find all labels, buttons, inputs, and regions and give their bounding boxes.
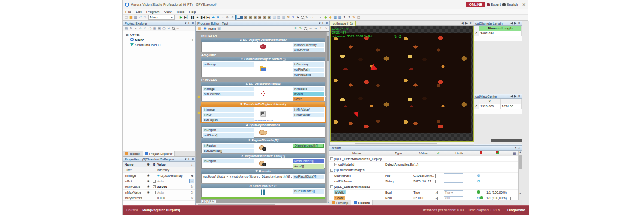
data-row[interactable]: 03692.084	[474, 31, 522, 36]
image-view-tab[interactable]: outImage (=1)	[330, 21, 356, 26]
more-icon[interactable]: ▢	[357, 15, 361, 20]
run-icon[interactable]: ▶	[179, 15, 183, 20]
help-icon[interactable]: ?	[292, 15, 295, 20]
expander-icon[interactable]: −	[334, 163, 337, 166]
explorer-tool-icon-0[interactable]: ▤	[125, 26, 128, 31]
output-port[interactable]: inModelId	[293, 87, 324, 91]
auto-checkbox[interactable]: ✓	[153, 185, 156, 188]
overlay-refresh-icon[interactable]: ↻ ⊕	[394, 34, 402, 39]
diagnostic-mode-label[interactable]: Diagnostic	[507, 208, 525, 212]
panel-menu-icon[interactable]: ▾	[515, 146, 517, 150]
new-file-icon[interactable]: ▢	[125, 15, 128, 20]
eye-icon[interactable]: ◉	[146, 190, 151, 194]
view-window-3-icon[interactable]: ▣	[254, 15, 257, 20]
limit-checkbox[interactable]	[435, 180, 436, 183]
menu-help[interactable]: Help	[189, 10, 196, 14]
iterate-current-icon[interactable]: ▶(	[207, 15, 210, 20]
prev-icon[interactable]: ◀	[510, 95, 513, 98]
input-port[interactable]: outRegion	[203, 118, 254, 122]
step-over-icon[interactable]: ▶▏	[184, 15, 189, 20]
menu-file[interactable]: File	[125, 10, 131, 14]
undo-icon[interactable]: ↶	[139, 15, 142, 20]
step-block[interactable]: 6. RegionMassCenter: OrNil[1]inRegionMas…	[201, 154, 325, 169]
step-title[interactable]: 6. RegionMassCenter: OrNil[1]	[201, 154, 325, 158]
property-row[interactable]: inRoi◉Auto…	[123, 178, 195, 184]
expander-icon[interactable]: −	[330, 157, 333, 160]
input-port[interactable]: inRegion	[203, 159, 254, 163]
eye-icon[interactable]: ◉	[146, 179, 151, 183]
input-port[interactable]: outBlobs[]	[203, 133, 254, 138]
step-title[interactable]: 1. EnumerateImages: Sorted✕	[201, 57, 325, 61]
view-window-5-icon[interactable]: ▣	[263, 15, 267, 20]
col-grid-icon[interactable]: ▦	[510, 151, 519, 155]
property-value[interactable]: Auto	[157, 179, 188, 183]
layout-3-icon[interactable]: ▦	[282, 15, 286, 20]
gear-icon[interactable]: ⚙	[477, 174, 480, 178]
nav-up-icon[interactable]: ↑	[319, 26, 322, 31]
limit-input[interactable]	[444, 179, 463, 183]
explorer-tool-icon-5[interactable]: ( )	[148, 26, 152, 31]
menu-program[interactable]: Program	[146, 10, 160, 14]
col-name[interactable]: Name	[329, 151, 384, 155]
step-block[interactable]: 2. DL_DetectAnomalies3inImageoutHeatmapi…	[201, 82, 325, 101]
explorer-tool-icon-11[interactable]: ∞	[176, 26, 179, 31]
rect-select-icon[interactable]: ▭	[310, 15, 313, 20]
eye-icon[interactable]: ◉	[146, 185, 151, 188]
signal-icon[interactable]: ≈	[221, 15, 225, 20]
expander-icon[interactable]: −	[330, 185, 333, 188]
output-port[interactable]: outFilePath	[293, 68, 324, 72]
gear-icon[interactable]: ⚙	[477, 196, 480, 200]
property-row[interactable]: inMinValue◉✓23.000↻	[123, 184, 195, 190]
col-limits[interactable]: Limits	[443, 151, 476, 155]
table-row[interactable]: −(1)EnumerateImages	[329, 167, 522, 173]
eye-icon[interactable]: −	[146, 197, 151, 200]
output-port[interactable]: outFileName	[293, 73, 324, 77]
pause-icon[interactable]: ▮▮	[191, 15, 194, 20]
redo-icon[interactable]: ↷	[143, 15, 147, 20]
output-port[interactable]: MassCenter?[]	[293, 159, 324, 163]
input-port[interactable]: inRegion	[203, 144, 254, 148]
table-row[interactable]: outFilePathFileC:\Users\MM...⚙	[329, 173, 522, 178]
property-value[interactable]: 0.000	[157, 196, 188, 200]
input-port[interactable]: inImage	[203, 108, 254, 112]
scrollbar-thumb[interactable]	[491, 139, 522, 142]
edit-icon[interactable]: ✎	[299, 26, 302, 31]
property-value[interactable]: Intensity	[157, 168, 188, 172]
property-row[interactable]: inHysteresis−0.000↻	[123, 195, 195, 201]
compare-icon[interactable]: ≡	[294, 26, 297, 31]
language-selector[interactable]: English	[502, 3, 518, 6]
online-badge[interactable]: ONLINE	[466, 2, 485, 7]
limit-checkbox[interactable]: ✓	[435, 191, 438, 194]
view-window-4-icon[interactable]: ▣	[258, 15, 262, 20]
output-port[interactable]: DiameterLength[]	[293, 144, 324, 148]
table-row[interactable]: isValidBoolTrue✓True ▾1/1 (100,00%)	[329, 190, 522, 195]
profile-2-icon[interactable]: 2	[348, 15, 351, 20]
step-block[interactable]: 1. EnumerateImages: Sorted✕outImageinDir…	[201, 57, 325, 77]
menu-edit[interactable]: Edit	[136, 10, 142, 14]
explorer-tool-icon-9[interactable]: ✕	[167, 26, 170, 31]
layout-2-icon[interactable]: ▥	[277, 15, 281, 20]
input-port[interactable]: inRoi*	[203, 113, 254, 117]
polyline-icon[interactable]: <	[319, 15, 323, 20]
explorer-tool-icon-4[interactable]: ⊖	[143, 26, 147, 31]
table-row[interactable]: −(2)DL_DetectAnomalies3	[329, 184, 522, 190]
column-header[interactable]: DiameterLength	[479, 26, 522, 31]
tab-project-explorer[interactable]: Project Explorer	[143, 151, 175, 156]
step-block[interactable]: 8. SendDataToPLCinResultData?[]	[201, 184, 325, 199]
reset-icon[interactable]: ↻	[191, 185, 194, 189]
explorer-tool-icon-1[interactable]: ⇅	[129, 26, 133, 31]
pencil-orange-icon[interactable]: ✎	[352, 15, 356, 20]
search-icon[interactable]	[304, 27, 307, 30]
step-block[interactable]: 4. SplitRegionIntoBlobsinRegionoutBlobs[…	[201, 123, 325, 138]
pen-icon[interactable]: ✎	[305, 15, 309, 20]
pin-icon[interactable]: ✛	[322, 22, 324, 25]
panel-menu-icon[interactable]: ▾	[185, 22, 187, 25]
cursor-icon[interactable]: ➤	[296, 15, 300, 20]
step-title[interactable]: 8. SendDataToPLC	[201, 184, 325, 188]
view-window-6-icon[interactable]: ▣	[268, 15, 271, 20]
col-pass-ratio-icon[interactable]	[486, 151, 510, 155]
image-viewport[interactable]: Zoom: 44%2750, 437outImage: 3072x2048 3x…	[330, 26, 474, 142]
property-value[interactable]: ◆(2).outHeatmap	[157, 174, 188, 178]
gear-icon[interactable]: ⚙	[477, 179, 480, 183]
chart-icon[interactable]: ▌▂▆	[235, 15, 243, 20]
